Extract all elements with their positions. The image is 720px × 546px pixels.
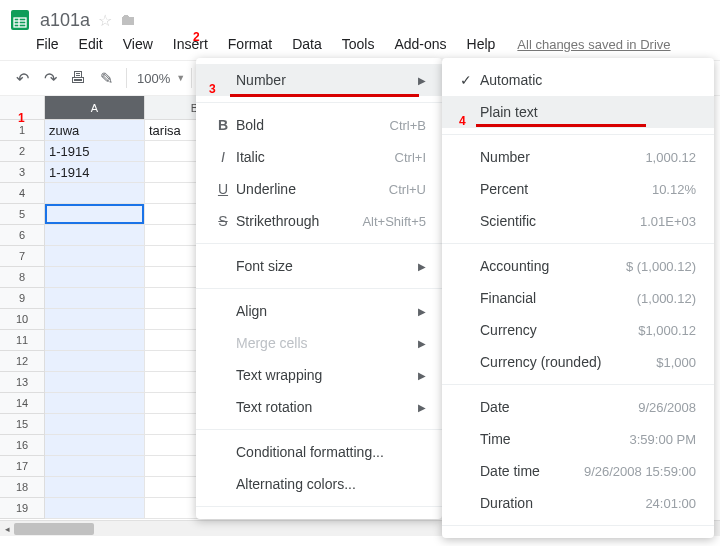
- label: Date time: [480, 463, 584, 479]
- paint-format-icon[interactable]: ✎: [92, 69, 120, 88]
- numfmt-number[interactable]: Number 1,000.12: [442, 141, 714, 173]
- row-header[interactable]: 9: [0, 288, 45, 309]
- cell[interactable]: [45, 351, 145, 372]
- redo-icon[interactable]: ↷: [36, 69, 64, 88]
- numfmt-scientific[interactable]: Scientific 1.01E+03: [442, 205, 714, 237]
- row-header[interactable]: 15: [0, 414, 45, 435]
- row-header[interactable]: 18: [0, 477, 45, 498]
- menu-file[interactable]: File: [34, 34, 61, 54]
- chevron-down-icon: ▼: [176, 73, 185, 83]
- label: Alternating colors...: [236, 476, 426, 492]
- cell[interactable]: 1-1915: [45, 141, 145, 162]
- example: $ (1,000.12): [626, 259, 696, 274]
- menu-tools[interactable]: Tools: [340, 34, 377, 54]
- shortcut: Alt+Shift+5: [362, 214, 426, 229]
- number-submenu: ✓ Automatic Plain text Number 1,000.12 P…: [442, 58, 714, 538]
- submenu-arrow-icon: ▶: [418, 370, 426, 381]
- row-header[interactable]: 13: [0, 372, 45, 393]
- annotation-line-3: [230, 94, 419, 97]
- label: Underline: [236, 181, 369, 197]
- format-fontsize[interactable]: Font size ▶: [196, 250, 442, 282]
- menu-view[interactable]: View: [121, 34, 155, 54]
- numfmt-automatic[interactable]: ✓ Automatic: [442, 64, 714, 96]
- row-header[interactable]: 19: [0, 498, 45, 519]
- format-number[interactable]: Number ▶: [196, 64, 442, 96]
- scroll-left-icon[interactable]: ◂: [0, 521, 14, 537]
- cell[interactable]: [45, 246, 145, 267]
- cell[interactable]: [45, 183, 145, 204]
- numfmt-date[interactable]: Date 9/26/2008: [442, 391, 714, 423]
- cell[interactable]: [45, 498, 145, 519]
- cell[interactable]: [45, 288, 145, 309]
- zoom-select[interactable]: 100% ▼: [137, 71, 185, 86]
- cell[interactable]: [45, 393, 145, 414]
- label: Conditional formatting...: [236, 444, 426, 460]
- row-header[interactable]: 2: [0, 141, 45, 162]
- zoom-value: 100%: [137, 71, 170, 86]
- cell[interactable]: [45, 330, 145, 351]
- print-icon[interactable]: 🖶: [64, 69, 92, 87]
- cell[interactable]: [45, 435, 145, 456]
- row-header[interactable]: 14: [0, 393, 45, 414]
- numfmt-accounting[interactable]: Accounting $ (1,000.12): [442, 250, 714, 282]
- scroll-thumb[interactable]: [14, 523, 94, 535]
- numfmt-datetime[interactable]: Date time 9/26/2008 15:59:00: [442, 455, 714, 487]
- cell[interactable]: 1-1914: [45, 162, 145, 183]
- row-header[interactable]: 3: [0, 162, 45, 183]
- cell[interactable]: [45, 204, 145, 225]
- menubar: File Edit View Insert Format Data Tools …: [0, 34, 720, 60]
- format-italic[interactable]: I Italic Ctrl+I: [196, 141, 442, 173]
- cell[interactable]: [45, 267, 145, 288]
- cell[interactable]: [45, 477, 145, 498]
- shortcut: Ctrl+U: [389, 182, 426, 197]
- save-status[interactable]: All changes saved in Drive: [517, 37, 670, 52]
- row-header[interactable]: 8: [0, 267, 45, 288]
- menu-addons[interactable]: Add-ons: [392, 34, 448, 54]
- numfmt-percent[interactable]: Percent 10.12%: [442, 173, 714, 205]
- format-merge: Merge cells ▶: [196, 327, 442, 359]
- numfmt-currency-rounded[interactable]: Currency (rounded) $1,000: [442, 346, 714, 378]
- column-header-a[interactable]: A: [45, 96, 145, 120]
- doc-title[interactable]: a101a: [40, 10, 90, 31]
- format-rotate[interactable]: Text rotation ▶: [196, 391, 442, 423]
- cell[interactable]: [45, 309, 145, 330]
- row-header[interactable]: 12: [0, 351, 45, 372]
- cell[interactable]: [45, 414, 145, 435]
- cell[interactable]: [45, 225, 145, 246]
- menu-help[interactable]: Help: [465, 34, 498, 54]
- row-header[interactable]: 7: [0, 246, 45, 267]
- menu-data[interactable]: Data: [290, 34, 324, 54]
- format-bold[interactable]: B Bold Ctrl+B: [196, 109, 442, 141]
- row-header[interactable]: 6: [0, 225, 45, 246]
- submenu-arrow-icon: ▶: [418, 338, 426, 349]
- label: Italic: [236, 149, 375, 165]
- format-conditional[interactable]: Conditional formatting...: [196, 436, 442, 468]
- numfmt-currency[interactable]: Currency $1,000.12: [442, 314, 714, 346]
- row-header[interactable]: 4: [0, 183, 45, 204]
- format-strikethrough[interactable]: S Strikethrough Alt+Shift+5: [196, 205, 442, 237]
- format-alternating[interactable]: Alternating colors...: [196, 468, 442, 500]
- format-underline[interactable]: U Underline Ctrl+U: [196, 173, 442, 205]
- row-header[interactable]: 10: [0, 309, 45, 330]
- cell[interactable]: zuwa: [45, 120, 145, 141]
- format-align[interactable]: Align ▶: [196, 295, 442, 327]
- example: 1.01E+03: [640, 214, 696, 229]
- folder-icon[interactable]: 🖿: [120, 11, 136, 29]
- menu-format[interactable]: Format: [226, 34, 274, 54]
- undo-icon[interactable]: ↶: [8, 69, 36, 88]
- menu-insert[interactable]: Insert: [171, 34, 210, 54]
- row-header[interactable]: 17: [0, 456, 45, 477]
- row-header[interactable]: 16: [0, 435, 45, 456]
- star-icon[interactable]: ☆: [98, 11, 112, 30]
- row-header[interactable]: 5: [0, 204, 45, 225]
- row-header[interactable]: 11: [0, 330, 45, 351]
- submenu-arrow-icon: ▶: [418, 261, 426, 272]
- numfmt-time[interactable]: Time 3:59:00 PM: [442, 423, 714, 455]
- format-wrap[interactable]: Text wrapping ▶: [196, 359, 442, 391]
- menu-edit[interactable]: Edit: [77, 34, 105, 54]
- cell[interactable]: [45, 456, 145, 477]
- example: $1,000.12: [638, 323, 696, 338]
- numfmt-duration[interactable]: Duration 24:01:00: [442, 487, 714, 519]
- cell[interactable]: [45, 372, 145, 393]
- numfmt-financial[interactable]: Financial (1,000.12): [442, 282, 714, 314]
